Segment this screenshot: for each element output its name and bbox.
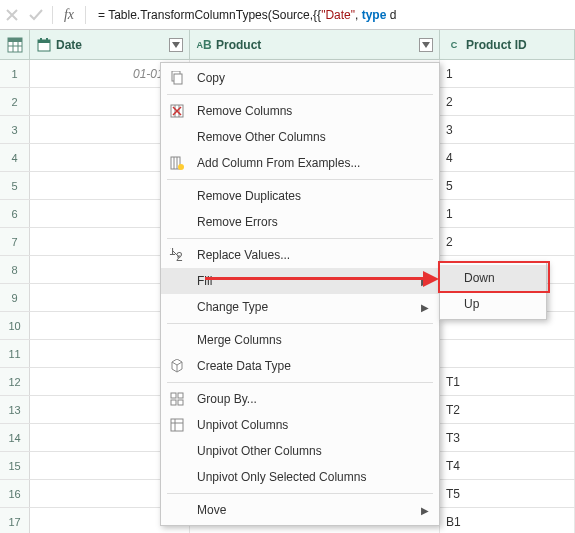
row-number[interactable]: 8 xyxy=(0,256,30,283)
submenu-up[interactable]: Up xyxy=(440,291,546,317)
menu-remove-errors[interactable]: Remove Errors xyxy=(161,209,439,235)
cell-product-id[interactable]: 2 xyxy=(440,88,575,115)
submenu-arrow-icon: ▶ xyxy=(421,276,429,287)
row-number[interactable]: 1 xyxy=(0,60,30,87)
submenu-down[interactable]: Down xyxy=(440,265,546,291)
row-number[interactable]: 4 xyxy=(0,144,30,171)
menu-unpivot-other-columns[interactable]: Unpivot Other Columns xyxy=(161,438,439,464)
table-corner[interactable] xyxy=(0,30,30,59)
blank-icon xyxy=(167,500,187,520)
svg-point-17 xyxy=(178,164,184,170)
formula-text[interactable]: = Table.TransformColumnTypes(Source,{{"D… xyxy=(90,8,575,22)
column-header-product[interactable]: AB Product xyxy=(190,30,440,59)
cell-product-id[interactable] xyxy=(440,340,575,367)
formula-bar: fx = Table.TransformColumnTypes(Source,{… xyxy=(0,0,575,30)
row-number[interactable]: 7 xyxy=(0,228,30,255)
row-number[interactable]: 11 xyxy=(0,340,30,367)
svg-rect-6 xyxy=(38,40,50,43)
copy-icon xyxy=(167,68,187,88)
row-number[interactable]: 17 xyxy=(0,508,30,533)
cell-product-id[interactable]: 4 xyxy=(440,144,575,171)
separator xyxy=(85,6,86,24)
row-number[interactable]: 6 xyxy=(0,200,30,227)
menu-remove-other-columns[interactable]: Remove Other Columns xyxy=(161,124,439,150)
menu-separator xyxy=(167,382,433,383)
menu-change-type[interactable]: Change Type ▶ xyxy=(161,294,439,320)
cell-product-id[interactable]: T2 xyxy=(440,396,575,423)
remove-column-icon xyxy=(167,101,187,121)
row-number[interactable]: 5 xyxy=(0,172,30,199)
cell-product-id[interactable]: T5 xyxy=(440,480,575,507)
svg-rect-23 xyxy=(178,400,183,405)
menu-add-column-from-examples[interactable]: Add Column From Examples... xyxy=(161,150,439,176)
svg-rect-10 xyxy=(174,74,182,84)
menu-replace-values[interactable]: 12 Replace Values... xyxy=(161,242,439,268)
menu-separator xyxy=(167,323,433,324)
cell-product-id[interactable]: 3 xyxy=(440,116,575,143)
menu-separator xyxy=(167,238,433,239)
menu-separator xyxy=(167,493,433,494)
svg-rect-20 xyxy=(171,393,176,398)
menu-move[interactable]: Move ▶ xyxy=(161,497,439,523)
column-name: Product xyxy=(216,38,415,52)
svg-rect-1 xyxy=(8,38,22,42)
cell-product-id[interactable]: 1 xyxy=(440,200,575,227)
replace-icon: 12 xyxy=(167,245,187,265)
menu-group-by[interactable]: Group By... xyxy=(161,386,439,412)
menu-remove-columns[interactable]: Remove Columns xyxy=(161,98,439,124)
cell-product-id[interactable]: T1 xyxy=(440,368,575,395)
cell-product-id[interactable]: T3 xyxy=(440,424,575,451)
menu-copy[interactable]: Copy xyxy=(161,65,439,91)
fx-icon[interactable]: fx xyxy=(57,3,81,27)
menu-fill[interactable]: Fill ▶ xyxy=(161,268,439,294)
row-number[interactable]: 9 xyxy=(0,284,30,311)
cell-product-id[interactable]: 5 xyxy=(440,172,575,199)
text-type-icon: AB xyxy=(196,37,212,53)
row-number[interactable]: 3 xyxy=(0,116,30,143)
column-dropdown-icon[interactable] xyxy=(419,38,433,52)
menu-remove-duplicates[interactable]: Remove Duplicates xyxy=(161,183,439,209)
row-number[interactable]: 14 xyxy=(0,424,30,451)
blank-icon xyxy=(167,186,187,206)
blank-icon xyxy=(167,212,187,232)
svg-rect-22 xyxy=(171,400,176,405)
column-header-product-id[interactable]: C Product ID xyxy=(440,30,575,59)
separator xyxy=(52,6,53,24)
menu-separator xyxy=(167,179,433,180)
context-menu: Copy Remove Columns Remove Other Columns… xyxy=(160,62,440,526)
row-number[interactable]: 16 xyxy=(0,480,30,507)
blank-icon xyxy=(167,441,187,461)
blank-icon xyxy=(167,127,187,147)
svg-rect-24 xyxy=(171,419,183,431)
cell-product-id[interactable]: 2 xyxy=(440,228,575,255)
row-number[interactable]: 15 xyxy=(0,452,30,479)
cancel-icon[interactable] xyxy=(0,3,24,27)
row-number[interactable]: 2 xyxy=(0,88,30,115)
cell-product-id[interactable]: T4 xyxy=(440,452,575,479)
column-dropdown-icon[interactable] xyxy=(169,38,183,52)
row-number[interactable]: 10 xyxy=(0,312,30,339)
formula-eq: = xyxy=(98,8,108,22)
column-name: Product ID xyxy=(466,38,568,52)
cell-product-id[interactable]: 1 xyxy=(440,60,575,87)
menu-unpivot-selected-columns[interactable]: Unpivot Only Selected Columns xyxy=(161,464,439,490)
menu-unpivot-columns[interactable]: Unpivot Columns xyxy=(161,412,439,438)
menu-merge-columns[interactable]: Merge Columns xyxy=(161,327,439,353)
add-column-icon xyxy=(167,153,187,173)
row-number[interactable]: 12 xyxy=(0,368,30,395)
column-name: Date xyxy=(56,38,165,52)
formula-string: "Date" xyxy=(321,8,355,22)
column-header-date[interactable]: Date xyxy=(30,30,190,59)
calendar-icon xyxy=(36,37,52,53)
confirm-icon[interactable] xyxy=(24,3,48,27)
blank-icon xyxy=(167,467,187,487)
text-type-icon: C xyxy=(446,37,462,53)
blank-icon xyxy=(167,271,187,291)
group-icon xyxy=(167,389,187,409)
row-number[interactable]: 13 xyxy=(0,396,30,423)
cell-product-id[interactable]: B1 xyxy=(440,508,575,533)
svg-rect-7 xyxy=(40,38,42,41)
formula-fn: Table.TransformColumnTypes xyxy=(108,8,268,22)
menu-create-data-type[interactable]: Create Data Type xyxy=(161,353,439,379)
blank-icon xyxy=(167,297,187,317)
